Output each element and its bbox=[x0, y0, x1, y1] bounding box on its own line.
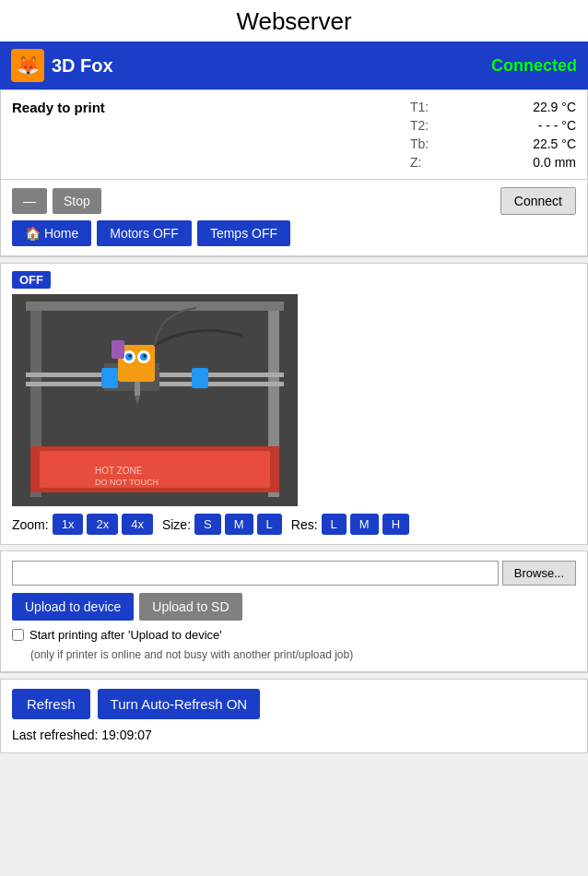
temps-panel: T1: 22.9 °C T2: - - - °C Tb: 22.5 °C Z: … bbox=[410, 100, 576, 170]
zoom-label: Zoom: bbox=[12, 517, 49, 532]
connect-button[interactable]: Connect bbox=[500, 187, 576, 215]
size-label: Size: bbox=[162, 517, 191, 532]
start-printing-label: Start printing after 'Upload to device' bbox=[29, 628, 222, 642]
svg-rect-19 bbox=[135, 382, 140, 396]
temp-value-t1: 22.9 °C bbox=[533, 100, 576, 114]
checkbox-row: Start printing after 'Upload to device' bbox=[12, 628, 576, 642]
auto-refresh-button[interactable]: Turn Auto-Refresh ON bbox=[98, 689, 261, 719]
temp-key-z: Z: bbox=[410, 155, 438, 170]
zoom-controls-row: Zoom: 1x 2x 4x Size: S M L Res: L M H bbox=[12, 514, 576, 535]
start-printing-checkbox[interactable] bbox=[12, 629, 24, 641]
camera-feed-svg: HOT ZONE DO NOT TOUCH bbox=[12, 294, 298, 506]
res-h-button[interactable]: H bbox=[382, 514, 409, 535]
svg-rect-3 bbox=[26, 302, 284, 311]
size-s-button[interactable]: S bbox=[194, 514, 221, 535]
app-name-label: 3D Fox bbox=[52, 55, 113, 77]
last-refreshed-label: Last refreshed: 19:09:07 bbox=[12, 728, 152, 742]
dash-button[interactable]: — bbox=[12, 188, 47, 214]
temp-value-z: 0.0 mm bbox=[533, 155, 576, 170]
bottom-btns-row: Refresh Turn Auto-Refresh ON bbox=[12, 689, 576, 719]
camera-image-container: HOT ZONE DO NOT TOUCH bbox=[12, 294, 298, 506]
res-l-button[interactable]: L bbox=[322, 514, 347, 535]
controls-row1: — Stop Connect bbox=[12, 187, 576, 215]
status-left: Ready to print bbox=[12, 100, 410, 170]
svg-point-17 bbox=[129, 355, 132, 358]
app-logo-icon: 🦊 bbox=[11, 49, 44, 82]
home-button-label: Home bbox=[44, 226, 78, 241]
ready-to-print-label: Ready to print bbox=[12, 100, 105, 115]
size-m-button[interactable]: M bbox=[225, 514, 253, 535]
temp-key-t1: T1: bbox=[410, 100, 438, 114]
temp-key-tb: Tb: bbox=[410, 136, 438, 151]
controls-section: — Stop Connect 🏠 Home Motors OFF Temps O… bbox=[1, 180, 587, 256]
svg-rect-22 bbox=[192, 368, 208, 388]
logo-emoji: 🦊 bbox=[17, 54, 40, 77]
temp-row-tb: Tb: 22.5 °C bbox=[410, 136, 576, 151]
page-title: Webserver bbox=[0, 0, 588, 41]
divider bbox=[0, 672, 588, 673]
upload-section: Browse... Upload to device Upload to SD … bbox=[0, 550, 588, 672]
header-logo-area: 🦊 3D Fox bbox=[11, 49, 113, 82]
res-label: Res: bbox=[291, 517, 318, 532]
refresh-button[interactable]: Refresh bbox=[12, 689, 90, 719]
home-button[interactable]: 🏠 Home bbox=[12, 220, 91, 246]
camera-section: OFF HOT ZONE DO NOT TOUCH bbox=[0, 263, 588, 545]
upload-to-sd-button[interactable]: Upload to SD bbox=[139, 593, 241, 621]
temp-row-t2: T2: - - - °C bbox=[410, 118, 576, 133]
temps-off-button[interactable]: Temps OFF bbox=[197, 220, 290, 246]
controls-row2: 🏠 Home Motors OFF Temps OFF bbox=[12, 220, 576, 246]
temp-key-t2: T2: bbox=[410, 118, 438, 133]
temp-value-t2: - - - °C bbox=[538, 118, 576, 133]
header-bar: 🦊 3D Fox Connected bbox=[0, 41, 588, 89]
home-icon: 🏠 bbox=[25, 226, 41, 241]
zoom-4x-button[interactable]: 4x bbox=[122, 514, 153, 535]
browse-button[interactable]: Browse... bbox=[502, 561, 576, 586]
file-row: Browse... bbox=[12, 561, 576, 586]
svg-text:HOT ZONE: HOT ZONE bbox=[95, 466, 143, 476]
res-m-button[interactable]: M bbox=[350, 514, 379, 535]
file-input[interactable] bbox=[12, 561, 499, 586]
camera-off-badge: OFF bbox=[12, 271, 51, 289]
zoom-2x-button[interactable]: 2x bbox=[87, 514, 118, 535]
upload-btns-row: Upload to device Upload to SD bbox=[12, 593, 576, 621]
temp-row-t1: T1: 22.9 °C bbox=[410, 100, 576, 114]
size-l-button[interactable]: L bbox=[257, 514, 282, 535]
temp-value-tb: 22.5 °C bbox=[533, 136, 576, 151]
svg-rect-21 bbox=[101, 368, 118, 388]
stop-button[interactable]: Stop bbox=[53, 188, 101, 214]
motors-off-button[interactable]: Motors OFF bbox=[97, 220, 192, 246]
svg-text:DO NOT TOUCH: DO NOT TOUCH bbox=[95, 478, 159, 487]
svg-point-18 bbox=[144, 355, 147, 358]
zoom-1x-button[interactable]: 1x bbox=[53, 514, 84, 535]
upload-to-device-button[interactable]: Upload to device bbox=[12, 593, 134, 621]
bottom-section: Refresh Turn Auto-Refresh ON Last refres… bbox=[0, 679, 588, 753]
svg-rect-23 bbox=[112, 340, 124, 359]
connection-status: Connected bbox=[491, 56, 577, 76]
temp-row-z: Z: 0.0 mm bbox=[410, 155, 576, 170]
main-card: Ready to print T1: 22.9 °C T2: - - - °C … bbox=[0, 89, 588, 257]
upload-note: (only if printer is online and not busy … bbox=[30, 648, 353, 661]
status-section: Ready to print T1: 22.9 °C T2: - - - °C … bbox=[1, 90, 587, 180]
